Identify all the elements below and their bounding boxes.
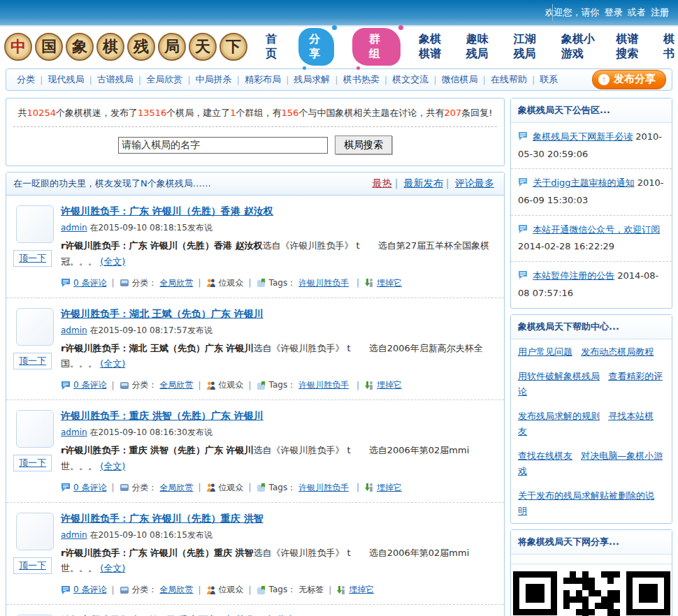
post-thumbnail[interactable] — [16, 205, 54, 243]
category-icon — [120, 483, 129, 492]
post-author-link[interactable]: admin — [61, 427, 87, 437]
bury-icon — [364, 483, 374, 492]
nav-manual-search[interactable]: 棋谱搜索 — [616, 32, 645, 61]
tag-link[interactable]: 许银川胜负手 — [298, 277, 349, 289]
subnav-chess-articles[interactable]: 棋文交流 — [392, 73, 428, 86]
tags-label: Tags： — [269, 584, 296, 596]
announcement-link[interactable]: 关于digg主题审核的通知 — [533, 177, 634, 188]
post-title-link[interactable]: 许银川胜负手：广东 许银川（先胜）香港 赵汝权 — [61, 205, 273, 217]
site-logo[interactable]: 中 国 象 棋 残 局 天 下 — [4, 33, 247, 61]
sort-hot-link[interactable]: 最热 — [373, 177, 392, 189]
help-link[interactable]: 查找在线棋友 — [518, 450, 572, 461]
help-link[interactable]: 用户常见问题 — [518, 346, 572, 357]
announcements-box: 象棋残局天下公告区... 象棋残局天下网新手必读 2010-05-30 20:5… — [510, 98, 672, 309]
tag-icon — [257, 483, 266, 492]
game-search-input[interactable] — [118, 137, 328, 154]
sort-most-comments-link[interactable]: 评论最多 — [455, 177, 494, 189]
tag-link[interactable]: 许银川胜负手 — [298, 379, 349, 391]
category-link[interactable]: 全局欣赏 — [160, 277, 194, 289]
comments-link[interactable]: 0 条评论 — [73, 584, 106, 596]
full-text-link[interactable]: (全文) — [100, 256, 125, 267]
topbar-divider — [552, 4, 553, 21]
stats-search-box: 共10254个象棋棋迷，发布了13516个棋局，建立了1个群组，有156个与中国… — [6, 98, 505, 166]
announcement-link[interactable]: 本站暂停注册的公告 — [533, 270, 614, 281]
full-text-link[interactable]: (全文) — [100, 461, 125, 471]
comments-link[interactable]: 0 条评论 — [73, 277, 106, 289]
nav-jianghu-endgame[interactable]: 江湖残局 — [514, 32, 543, 61]
vote-up-button[interactable]: 顶一下 — [13, 455, 52, 471]
nav-mini-games[interactable]: 象棋小游戏 — [561, 32, 598, 61]
post-item: 顶一下 许银川胜负手：湖北 王斌（先负）广东 许银川 admin 在2015-0… — [6, 298, 504, 401]
help-link[interactable]: 发布动态棋局教程 — [581, 346, 654, 357]
subnav-solve[interactable]: 残局求解 — [294, 73, 330, 86]
nav-chess-manual[interactable]: 象棋棋谱 — [419, 32, 448, 61]
login-link[interactable]: 登录 — [605, 7, 623, 17]
vote-up-button[interactable]: 顶一下 — [13, 557, 52, 574]
post-thumbnail[interactable] — [16, 410, 54, 448]
tag-link[interactable]: 许银川胜负手 — [298, 482, 349, 494]
subnav-full-game[interactable]: 全局欣赏 — [146, 73, 182, 86]
category-link[interactable]: 全局欣赏 — [160, 482, 194, 494]
nav-home[interactable]: 首页 — [266, 32, 280, 61]
announcement-link[interactable]: 本站开通微信公众号，欢迎订阅 — [533, 224, 660, 235]
announcement-item: 关于digg主题审核的通知 2010-06-09 15:30:03 — [511, 169, 672, 215]
post-author-link[interactable]: admin — [61, 530, 87, 540]
comments-link[interactable]: 0 条评论 — [73, 379, 106, 391]
post-author-link[interactable]: admin — [61, 325, 87, 335]
post-author-link[interactable]: admin — [61, 223, 87, 233]
help-link[interactable]: 用软件破解象棋残局 — [518, 371, 600, 381]
help-link[interactable]: 关于发布的残局求解贴被删除的说明 — [518, 490, 654, 516]
vote-up-button[interactable]: 顶一下 — [13, 353, 52, 369]
nav-chess-books[interactable]: 棋书 — [663, 32, 678, 61]
logo-piece: 下 — [219, 33, 247, 61]
post-item: 顶一下 许银川胜负手：重庆 洪智（先胜）广东 许银川 admin 在2015-0… — [6, 400, 504, 503]
help-row: 查找在线棋友 对决电脑—象棋小游戏 — [511, 443, 672, 483]
category-link[interactable]: 全局欣赏 — [160, 584, 194, 596]
subnav-midgame[interactable]: 中局拼杀 — [196, 73, 232, 86]
bury-link[interactable]: 埋掉它 — [377, 482, 402, 494]
viewers-label: 位观众 — [219, 584, 244, 596]
post-title-link[interactable]: 许银川胜负手：广东 许银川（先胜）重庆 洪智 — [61, 513, 264, 524]
subnav-books-sale[interactable]: 棋书热卖 — [343, 73, 380, 86]
bury-link[interactable]: 埋掉它 — [349, 584, 374, 596]
bury-link[interactable]: 埋掉它 — [377, 379, 402, 391]
nav-fun-endgame[interactable]: 趣味残局 — [466, 32, 496, 61]
subnav-online-help[interactable]: 在线帮助 — [491, 73, 527, 86]
nav-share[interactable]: 分享 — [298, 28, 334, 66]
category-link[interactable]: 全局欣赏 — [160, 379, 194, 391]
subnav-opening[interactable]: 精彩布局 — [245, 73, 281, 86]
subnav-modern-endgame[interactable]: 现代残局 — [48, 73, 84, 86]
viewers-icon — [206, 585, 216, 595]
full-text-link[interactable]: (全文) — [100, 563, 125, 573]
logo-piece: 残 — [127, 33, 155, 61]
logo-piece: 象 — [66, 33, 94, 61]
subnav-ancient-endgame[interactable]: 古谱残局 — [97, 73, 134, 86]
sort-newest-link[interactable]: 最新发布 — [404, 177, 443, 189]
bury-link[interactable]: 埋掉它 — [377, 277, 402, 289]
share-box-title: 将象棋残局天下网分享... — [511, 530, 672, 555]
announcements-title: 象棋残局天下公告区... — [511, 98, 672, 123]
publish-share-button[interactable]: ↑ 发布分享 — [592, 70, 666, 89]
help-link[interactable]: 发布残局求解的规则 — [518, 411, 600, 421]
post-title-link[interactable]: 许银川胜负手：湖北 王斌（先负）广东 许银川 — [61, 308, 264, 319]
post-thumbnail[interactable] — [16, 513, 54, 550]
register-link[interactable]: 注册 — [651, 7, 669, 17]
subnav-wechat[interactable]: 微信棋局 — [442, 73, 478, 86]
vote-up-button[interactable]: 顶一下 — [13, 250, 52, 267]
post-time: 在2015-09-10 08:16:30发布说 — [89, 427, 212, 437]
tag-icon — [257, 278, 266, 288]
subnav-category[interactable]: 分类 — [17, 73, 35, 86]
bubble-icon — [518, 270, 528, 280]
subnav-contact[interactable]: 联系 — [540, 73, 558, 86]
comment-icon — [61, 278, 71, 288]
full-text-link[interactable]: (全文) — [100, 358, 125, 369]
post-thumbnail[interactable] — [16, 308, 54, 346]
bury-icon — [336, 585, 346, 595]
post-title-link[interactable]: 许银川胜负手：重庆 洪智（先胜）广东 许银川 — [61, 410, 264, 421]
game-search-button[interactable]: 棋局搜索 — [335, 135, 392, 154]
nav-group[interactable]: 群组 — [352, 28, 401, 66]
stat-replies: 207 — [444, 108, 461, 118]
category-icon — [120, 278, 129, 288]
announcement-link[interactable]: 象棋残局天下网新手必读 — [533, 131, 633, 142]
comments-link[interactable]: 0 条评论 — [73, 482, 106, 494]
